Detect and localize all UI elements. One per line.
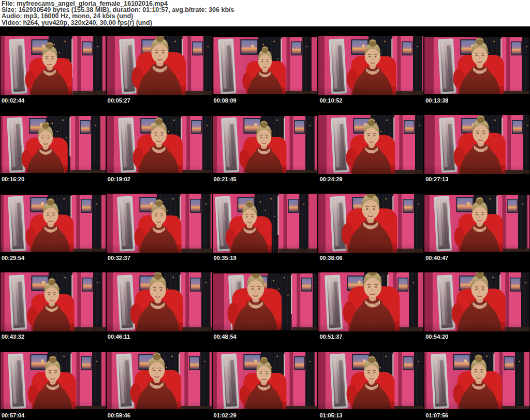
eye-left (46, 58, 48, 59)
video-frame-thumbnail (213, 271, 318, 333)
webcam-scene-illustration (107, 114, 212, 176)
frame-timestamp: 00:05:27 (106, 97, 212, 105)
video-frame-thumbnail (318, 35, 423, 97)
webcam-scene-illustration (1, 35, 106, 97)
bottom-vignette (107, 243, 212, 254)
frame-timestamp: 00:21:45 (212, 176, 318, 184)
webcam-scene-illustration (107, 350, 212, 412)
mirror (8, 353, 26, 409)
sunset-poster-right (82, 278, 93, 292)
eye-left (476, 55, 478, 56)
letterbox-top (213, 350, 318, 352)
sunset-poster-left (457, 197, 474, 212)
video-frame-thumbnail (213, 350, 318, 412)
video-frame-cell: 00:51:37 (318, 263, 424, 341)
sunset-poster-right (504, 356, 515, 370)
webcam-scene-illustration (1, 350, 106, 412)
letterbox-top (213, 271, 318, 273)
bottom-vignette (318, 322, 423, 333)
letterbox-top (107, 271, 212, 272)
letterbox-top (107, 114, 212, 116)
video-frame-thumbnail (213, 114, 318, 176)
frame-timestamp: 00:51:37 (318, 333, 424, 341)
eye-left (155, 134, 157, 135)
eye-left (368, 286, 371, 288)
letterbox-bottom (107, 331, 212, 333)
eye-right (482, 214, 484, 215)
letterbox-bottom (424, 409, 529, 412)
letterbox-bottom (1, 173, 106, 176)
mirror (438, 38, 456, 94)
frame-timestamp: 00:27:13 (424, 176, 530, 184)
eye-right (374, 135, 376, 136)
webcam-scene-illustration (107, 193, 212, 254)
eye-right (375, 286, 377, 288)
letterbox-top (318, 193, 423, 194)
frame-timestamp: 00:02:44 (0, 97, 106, 105)
video-frame-thumbnail (107, 350, 212, 412)
eye-left (476, 214, 478, 215)
frame-timestamp: 00:13:38 (424, 97, 530, 105)
webcam-scene-illustration (318, 193, 423, 254)
eye-left (369, 56, 371, 57)
letterbox-bottom (213, 173, 318, 176)
eye-right (160, 289, 162, 291)
video-frame-thumbnail (107, 114, 212, 176)
video-frame-thumbnail (424, 193, 529, 254)
video-frame-cell: 00:54:20 (424, 263, 530, 341)
letterbox-top (107, 350, 212, 352)
video-frame-cell: 00:59:46 (106, 341, 212, 420)
letterbox-bottom (213, 330, 318, 333)
webcam-scene-illustration (213, 35, 318, 97)
video-frame-cell: 00:38:06 (318, 184, 424, 263)
video-frame-thumbnail (1, 114, 106, 176)
frame-timestamp: 01:02:29 (212, 412, 318, 420)
eye-right (481, 371, 483, 372)
eye-right (251, 216, 253, 217)
mirror (330, 353, 348, 409)
letterbox-top (107, 193, 212, 194)
letterbox-top (318, 114, 423, 115)
mirror (118, 117, 136, 172)
mirror (116, 353, 134, 409)
mirror (437, 274, 455, 330)
video-frame-thumbnail (424, 271, 529, 333)
eye-left (475, 371, 477, 372)
eye-left (153, 370, 155, 371)
sunset-poster-right (404, 120, 415, 134)
webcam-scene-illustration (424, 350, 529, 412)
video-frame-thumbnail (318, 114, 423, 176)
webcam-scene-illustration (213, 271, 318, 333)
eye-right (53, 294, 55, 295)
eye-right (374, 372, 376, 373)
letterbox-top (213, 114, 318, 116)
bottom-vignette (107, 322, 212, 333)
eye-left (155, 52, 158, 54)
frame-timestamp: 00:16:20 (0, 176, 106, 184)
sunset-poster-right (402, 41, 413, 55)
webcam-scene-illustration (424, 271, 529, 333)
webcam-scene-illustration (107, 271, 212, 333)
file-metadata-header: File: myfreecams_angel_gloria_female_161… (0, 0, 530, 26)
sunset-poster-left (240, 39, 258, 55)
video-frame-cell: 00:08:09 (212, 26, 318, 105)
letterbox-bottom (213, 94, 318, 97)
sunset-poster-right (512, 120, 523, 134)
letterbox-top (318, 35, 423, 36)
thumbnail-grid: 00:02:44 (0, 26, 530, 420)
letterbox-bottom (107, 95, 212, 97)
video-frame-cell: 00:27:13 (424, 105, 530, 184)
sunset-poster-right (80, 120, 91, 134)
frame-timestamp: 00:46:11 (106, 333, 212, 341)
frame-timestamp: 01:07:56 (424, 412, 530, 420)
eye-left (155, 215, 157, 216)
video-frame-cell: 00:24:29 (318, 105, 424, 184)
letterbox-bottom (318, 174, 423, 176)
video-frame-cell: 00:19:02 (106, 105, 212, 184)
video-frame-cell: 00:43:32 (0, 263, 106, 341)
letterbox-top (1, 271, 106, 272)
mirror (9, 38, 27, 94)
frame-timestamp: 00:29:54 (0, 254, 106, 263)
eye-right (373, 208, 375, 210)
letterbox-top (318, 271, 423, 272)
